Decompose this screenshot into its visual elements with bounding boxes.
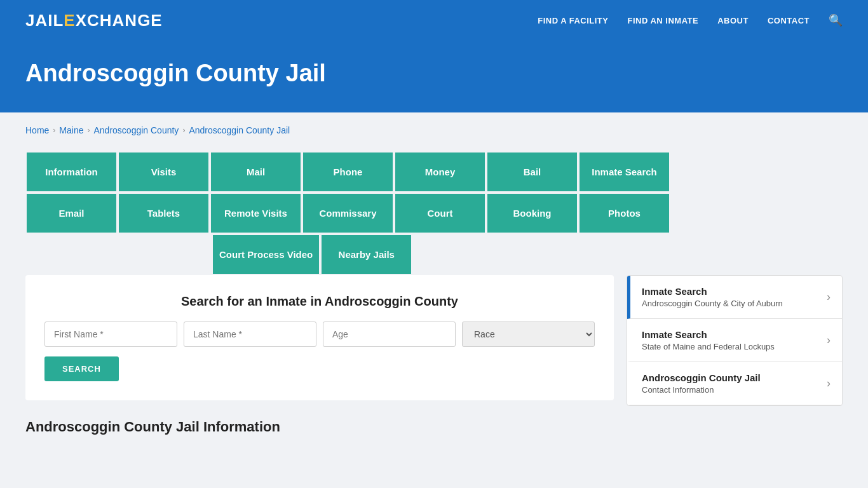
chevron-down-icon: › <box>827 290 831 304</box>
btn-tablets[interactable]: Tablets <box>118 193 210 234</box>
inmate-search-panel: Search for an Inmate in Androscoggin Cou… <box>25 275 614 400</box>
breadcrumb-county[interactable]: Androscoggin County <box>94 125 179 135</box>
breadcrumb-sep-1: › <box>53 126 55 135</box>
nav-contact[interactable]: CONTACT <box>768 16 810 25</box>
lower-section: Search for an Inmate in Androscoggin Cou… <box>25 275 843 406</box>
chevron-down-icon-2: › <box>827 334 831 347</box>
btn-nearby-jails[interactable]: Nearby Jails <box>320 234 412 275</box>
last-name-input[interactable] <box>184 322 316 347</box>
main-nav: FIND A FACILITY FIND AN INMATE ABOUT CON… <box>538 13 843 27</box>
sidebar-item-maine-title: Inmate Search <box>642 329 775 340</box>
main-header: JAILEXCHANGE FIND A FACILITY FIND AN INM… <box>0 0 868 41</box>
sidebar-item-auburn-text: Inmate Search Androscoggin County & City… <box>642 286 783 308</box>
search-panel-title: Search for an Inmate in Androscoggin Cou… <box>44 294 595 309</box>
race-select[interactable]: Race White Black Hispanic Asian Other <box>462 322 595 347</box>
btn-remote-visits[interactable]: Remote Visits <box>210 193 302 234</box>
page-banner: Androscoggin County Jail <box>0 41 868 112</box>
grid-row-2: Email Tablets Remote Visits Commissary C… <box>25 193 843 234</box>
age-input[interactable] <box>323 322 456 347</box>
btn-commissary[interactable]: Commissary <box>302 193 394 234</box>
sidebar-item-contact-title: Androscoggin County Jail <box>642 372 761 383</box>
search-submit-button[interactable]: SEARCH <box>44 356 119 381</box>
sidebar: Inmate Search Androscoggin County & City… <box>627 275 843 406</box>
sidebar-item-auburn[interactable]: Inmate Search Androscoggin County & City… <box>627 276 842 319</box>
btn-inmate-search[interactable]: Inmate Search <box>578 151 670 193</box>
sidebar-item-maine[interactable]: Inmate Search State of Maine and Federal… <box>627 319 842 362</box>
sidebar-item-contact[interactable]: Androscoggin County Jail Contact Informa… <box>627 362 842 405</box>
breadcrumb-maine[interactable]: Maine <box>59 125 83 135</box>
breadcrumb-sep-2: › <box>88 126 90 135</box>
site-logo[interactable]: JAILEXCHANGE <box>25 11 163 30</box>
logo-jail: JAIL <box>25 11 64 30</box>
search-icon-button[interactable]: 🔍 <box>829 13 843 27</box>
info-section-title: Androscoggin County Jail Information <box>25 419 843 435</box>
sidebar-item-auburn-title: Inmate Search <box>642 286 783 297</box>
nav-about[interactable]: ABOUT <box>717 16 749 25</box>
logo-xchange: XCHANGE <box>76 11 163 30</box>
btn-visits[interactable]: Visits <box>118 151 210 193</box>
btn-money[interactable]: Money <box>394 151 486 193</box>
chevron-down-icon-3: › <box>827 377 831 390</box>
nav-find-facility[interactable]: FIND A FACILITY <box>538 16 608 25</box>
btn-court-process-video[interactable]: Court Process Video <box>212 234 320 275</box>
btn-bail[interactable]: Bail <box>486 151 578 193</box>
btn-phone[interactable]: Phone <box>302 151 394 193</box>
nav-find-inmate[interactable]: FIND AN INMATE <box>627 16 698 25</box>
logo-e: E <box>64 11 75 30</box>
btn-email[interactable]: Email <box>25 193 118 234</box>
btn-mail[interactable]: Mail <box>210 151 302 193</box>
sidebar-item-contact-text: Androscoggin County Jail Contact Informa… <box>642 372 761 395</box>
btn-information[interactable]: Information <box>25 151 118 193</box>
page-title: Androscoggin County Jail <box>25 60 843 87</box>
search-fields-row: Race White Black Hispanic Asian Other <box>44 322 595 347</box>
grid-row-3: Court Process Video Nearby Jails <box>212 234 843 275</box>
btn-court[interactable]: Court <box>394 193 486 234</box>
breadcrumb-sep-3: › <box>182 126 185 135</box>
sidebar-item-maine-text: Inmate Search State of Maine and Federal… <box>642 329 775 351</box>
sidebar-item-auburn-sub: Androscoggin County & City of Auburn <box>642 299 783 308</box>
breadcrumb: Home › Maine › Androscoggin County › And… <box>25 125 843 135</box>
btn-booking[interactable]: Booking <box>486 193 578 234</box>
grid-row-1: Information Visits Mail Phone Money Bail… <box>25 151 843 193</box>
breadcrumb-home[interactable]: Home <box>25 125 49 135</box>
first-name-input[interactable] <box>44 322 177 347</box>
sidebar-item-maine-sub: State of Maine and Federal Lockups <box>642 342 775 351</box>
breadcrumb-current: Androscoggin County Jail <box>189 125 290 135</box>
main-content: Home › Maine › Androscoggin County › And… <box>0 112 868 454</box>
btn-photos[interactable]: Photos <box>578 193 670 234</box>
sidebar-item-contact-sub: Contact Information <box>642 385 761 395</box>
nav-button-grid: Information Visits Mail Phone Money Bail… <box>25 151 843 275</box>
